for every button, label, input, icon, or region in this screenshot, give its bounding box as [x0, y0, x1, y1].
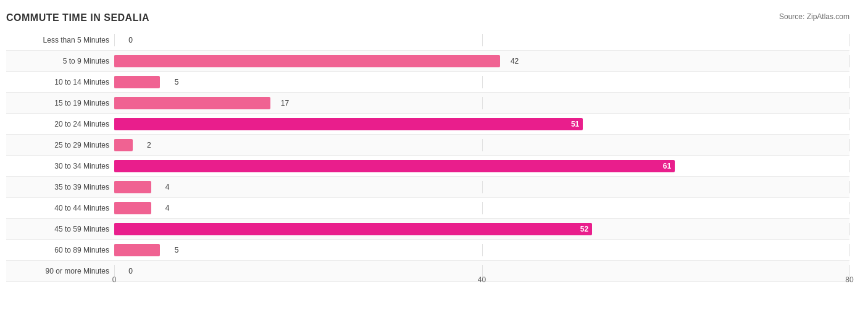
bar-label: 15 to 19 Minutes [6, 99, 114, 107]
bar-row: 5 to 9 Minutes42 [6, 51, 849, 72]
bar-track: 61 [114, 160, 849, 172]
chart-container: COMMUTE TIME IN SEDALIA Source: ZipAtlas… [0, 0, 868, 323]
bar-row: 25 to 29 Minutes2 [6, 135, 849, 156]
bar-label: 10 to 14 Minutes [6, 78, 114, 86]
x-axis: 04080 [114, 275, 849, 288]
bar-row: 20 to 24 Minutes51 [6, 114, 849, 135]
bar-track: 52 [114, 223, 849, 235]
bar-value: 61 [663, 162, 671, 170]
x-axis-tick: 80 [845, 275, 853, 284]
bar-track: 0 [114, 34, 849, 46]
bar-track: 17 [114, 97, 849, 109]
bar-track: 5 [114, 244, 849, 256]
bar-fill: 5 [114, 244, 160, 256]
bar-value: 51 [571, 120, 579, 128]
bar-fill: 52 [114, 223, 592, 235]
bar-value: 0 [128, 267, 133, 275]
bar-track: 42 [114, 55, 849, 67]
bar-fill: 2 [114, 139, 133, 151]
bar-value: 42 [511, 57, 519, 65]
bar-row: 60 to 89 Minutes5 [6, 240, 849, 261]
bar-label: 90 or more Minutes [6, 267, 114, 275]
x-axis-tick: 0 [112, 275, 117, 284]
bar-value: 17 [281, 99, 289, 107]
bar-fill: 17 [114, 97, 270, 109]
bar-value: 5 [175, 246, 179, 254]
bars-area: Less than 5 Minutes05 to 9 Minutes4210 t… [6, 30, 849, 272]
bar-label: 60 to 89 Minutes [6, 246, 114, 254]
bar-label: 5 to 9 Minutes [6, 57, 114, 65]
bar-value: 5 [175, 78, 179, 86]
bar-track: 4 [114, 202, 849, 214]
bar-value: 0 [128, 36, 133, 44]
bar-fill: 4 [114, 202, 151, 214]
bar-label: 20 to 24 Minutes [6, 120, 114, 128]
bar-row: 15 to 19 Minutes17 [6, 93, 849, 114]
bar-fill: 4 [114, 181, 151, 193]
bar-value: 4 [165, 204, 170, 212]
bar-track: 5 [114, 76, 849, 88]
bar-fill: 61 [114, 160, 675, 172]
bar-fill: 5 [114, 76, 160, 88]
bar-label: 30 to 34 Minutes [6, 162, 114, 170]
bar-track: 4 [114, 181, 849, 193]
bar-label: 45 to 59 Minutes [6, 225, 114, 233]
bar-fill: 51 [114, 118, 583, 130]
bar-row: 30 to 34 Minutes61 [6, 156, 849, 177]
bar-row: 40 to 44 Minutes4 [6, 198, 849, 219]
bar-row: 45 to 59 Minutes52 [6, 219, 849, 240]
bar-row: Less than 5 Minutes0 [6, 30, 849, 51]
bar-value: 4 [165, 183, 170, 191]
bar-track: 2 [114, 139, 849, 151]
bar-fill: 42 [114, 55, 500, 67]
bar-label: Less than 5 Minutes [6, 36, 114, 44]
x-axis-tick: 40 [478, 275, 486, 284]
bar-value: 2 [147, 141, 151, 149]
bar-label: 25 to 29 Minutes [6, 141, 114, 149]
chart-title: COMMUTE TIME IN SEDALIA [6, 12, 849, 23]
bar-label: 40 to 44 Minutes [6, 204, 114, 212]
bar-row: 10 to 14 Minutes5 [6, 72, 849, 93]
source-text: Source: ZipAtlas.com [779, 12, 849, 21]
bar-track: 51 [114, 118, 849, 130]
bar-value: 52 [580, 225, 588, 233]
bar-label: 35 to 39 Minutes [6, 183, 114, 191]
bar-row: 35 to 39 Minutes4 [6, 177, 849, 198]
